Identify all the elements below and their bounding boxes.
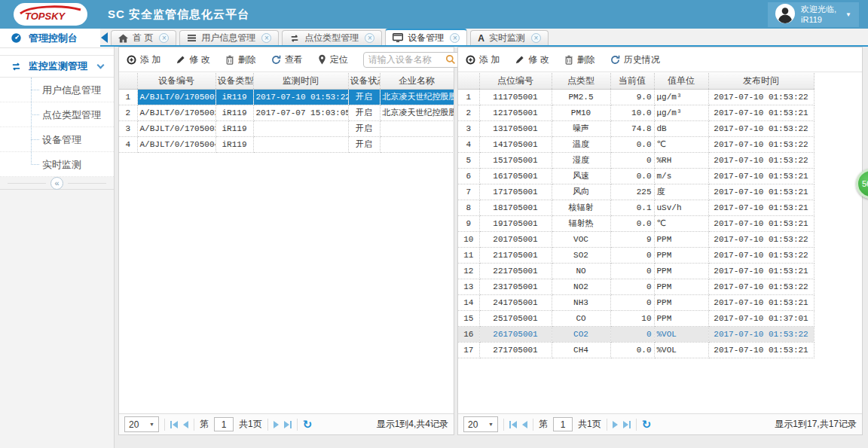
table-row[interactable]: 13231705001NO20PPM2017-07-10 01:53:22 xyxy=(458,279,814,294)
cell: 噪声 xyxy=(552,120,610,136)
cell: 0 xyxy=(610,247,654,263)
first-page-button[interactable] xyxy=(509,421,517,428)
refresh-icon[interactable]: ↻ xyxy=(642,419,652,430)
next-page-button[interactable] xyxy=(613,421,618,428)
history-button[interactable]: 历史情况 xyxy=(610,53,660,66)
list-icon xyxy=(187,34,197,42)
cell: 2017-07-10 01:53:21 xyxy=(708,342,814,358)
tab-realtime[interactable]: A实时监测× xyxy=(470,30,549,45)
table-row[interactable]: 12221705001NO0PPM2017-07-10 01:53:21 xyxy=(458,263,814,279)
sidebar-item-device[interactable]: 设备管理 xyxy=(0,127,114,152)
cell: SO2 xyxy=(552,247,610,263)
edit-button[interactable]: 修 改 xyxy=(515,53,549,66)
column-header[interactable]: 设备状态 xyxy=(348,73,380,89)
cell: PM10 xyxy=(552,105,610,120)
add-button[interactable]: 添 加 xyxy=(127,53,160,66)
trash-icon xyxy=(225,55,234,65)
refresh-icon[interactable]: ↻ xyxy=(303,419,313,430)
table-row[interactable]: 17271705001CH40.0%VOL2017-07-10 01:53:21 xyxy=(458,342,814,358)
cell: 温度 xyxy=(552,136,610,152)
column-header[interactable]: 点类型 xyxy=(552,73,610,89)
tab-point-type[interactable]: 点位类型管理× xyxy=(282,30,382,45)
cell: 231705001 xyxy=(479,279,552,294)
table-row[interactable]: 1A/BJLT/0/1705001iR1192017-07-10 01:53:2… xyxy=(119,89,454,105)
table-row[interactable]: 2A/BJLT/0/1705002iR1192017-07-07 15:03:0… xyxy=(119,105,454,120)
close-icon[interactable]: × xyxy=(450,33,460,43)
prev-page-button[interactable] xyxy=(522,421,527,428)
point-pager: 20▼ 第 共1页 ↻ 显示1到17,共17记录 xyxy=(458,413,862,434)
close-icon[interactable]: × xyxy=(159,33,169,43)
delete-button[interactable]: 删除 xyxy=(564,53,595,66)
user-menu[interactable]: 欢迎光临,iR119 ▼ xyxy=(768,2,859,27)
row-number-cell: 10 xyxy=(458,231,479,247)
page-number-input[interactable] xyxy=(553,417,573,431)
sidebar-group-monitoring[interactable]: 监控监测管理 xyxy=(0,55,114,78)
table-row[interactable]: 2121705001PM1010.0μg/m³2017-07-10 01:53:… xyxy=(458,105,814,120)
search-icon[interactable] xyxy=(445,54,456,68)
sidebar-item-realtime[interactable]: 实时监测 xyxy=(0,152,114,177)
table-row[interactable]: 16261705001CO20%VOL2017-07-10 01:53:22 xyxy=(458,326,814,342)
column-header[interactable]: 点位编号 xyxy=(479,73,552,89)
view-button[interactable]: 查看 xyxy=(271,53,303,66)
sidebar-collapse-button[interactable]: « xyxy=(0,177,114,190)
tab-device[interactable]: 设备管理× xyxy=(385,29,467,45)
page-number-input[interactable] xyxy=(214,417,234,431)
last-page-button[interactable] xyxy=(623,421,631,428)
table-row[interactable]: 8181705001核辐射0.1uSv/h2017-07-10 01:53:21 xyxy=(458,200,814,215)
column-header[interactable]: 监测时间 xyxy=(253,73,348,89)
tabs-scroll-left-icon[interactable] xyxy=(101,32,108,43)
page-size-select[interactable]: 20▼ xyxy=(124,416,159,432)
first-page-button[interactable] xyxy=(170,421,178,428)
next-page-button[interactable] xyxy=(274,421,279,428)
add-button[interactable]: 添 加 xyxy=(466,53,500,66)
column-header[interactable]: 发布时间 xyxy=(708,73,814,89)
sidebar-item-console[interactable]: 管理控制台 xyxy=(0,29,114,48)
loop-arrows-icon xyxy=(11,62,22,72)
delete-button[interactable]: 删除 xyxy=(225,53,256,66)
row-number-cell: 14 xyxy=(458,294,479,310)
page-size-select[interactable]: 20▼ xyxy=(463,416,498,432)
table-header-row: 点位编号点类型当前值值单位发布时间 xyxy=(458,73,814,89)
tab-user-info[interactable]: 用户信息管理× xyxy=(179,30,279,45)
cell: NH3 xyxy=(552,294,610,310)
table-row[interactable]: 9191705001辐射热0.0℃2017-07-10 01:53:21 xyxy=(458,215,814,231)
table-row[interactable]: 7171705001风向225度2017-07-10 01:53:21 xyxy=(458,184,814,200)
table-row[interactable]: 3131705001噪声74.8dB2017-07-10 01:53:22 xyxy=(458,120,814,136)
row-number-cell: 13 xyxy=(458,279,479,294)
table-row[interactable]: 10201705001VOC9PPM2017-07-10 01:53:22 xyxy=(458,231,814,247)
cell: 10.0 xyxy=(610,105,654,120)
cell: 2017-07-10 01:53:21 xyxy=(708,200,814,215)
close-icon[interactable]: × xyxy=(531,33,541,43)
cell: 261705001 xyxy=(479,326,552,342)
column-header[interactable] xyxy=(119,73,137,89)
last-page-button[interactable] xyxy=(284,421,292,428)
table-row[interactable]: 5151705001湿度0%RH2017-07-10 01:53:22 xyxy=(458,152,814,168)
column-header[interactable]: 设备编号 xyxy=(137,73,215,89)
cell: ℃ xyxy=(654,136,708,152)
table-row[interactable]: 4141705001温度0.0℃2017-07-10 01:53:22 xyxy=(458,136,814,152)
cell: 161705001 xyxy=(479,168,552,184)
cell: PPM xyxy=(654,294,708,310)
cell: 2017-07-10 01:53:21 xyxy=(708,105,814,120)
close-icon[interactable]: × xyxy=(261,33,271,43)
table-row[interactable]: 15251705001CO10PPM2017-07-10 01:37:01 xyxy=(458,310,814,326)
table-row[interactable]: 6161705001风速0.0m/s2017-07-10 01:53:21 xyxy=(458,168,814,184)
close-icon[interactable]: × xyxy=(365,33,374,43)
table-row[interactable]: 11211705001SO20PPM2017-07-10 01:53:22 xyxy=(458,247,814,263)
column-header[interactable]: 当前值 xyxy=(610,73,654,89)
tab-home[interactable]: 首 页× xyxy=(111,30,176,45)
prev-page-button[interactable] xyxy=(183,421,188,428)
table-row[interactable]: 3A/BJLT/0/1705003iR119开启 xyxy=(119,120,454,136)
table-row[interactable]: 14241705001NH30PPM2017-07-10 01:53:21 xyxy=(458,294,814,310)
column-header[interactable]: 设备类型 xyxy=(215,73,253,89)
sidebar-item-point-type[interactable]: 点位类型管理 xyxy=(0,102,114,127)
edit-button[interactable]: 修 改 xyxy=(176,53,209,66)
cell: 171705001 xyxy=(479,184,552,200)
locate-button[interactable]: 定位 xyxy=(318,53,348,66)
column-header[interactable]: 企业名称 xyxy=(380,73,454,89)
table-row[interactable]: 1111705001PM2.59.0μg/m³2017-07-10 01:53:… xyxy=(458,89,814,105)
column-header[interactable] xyxy=(458,73,479,89)
table-row[interactable]: 4A/BJLT/0/1705004iR119开启 xyxy=(119,136,454,152)
sidebar-item-user-info[interactable]: 用户信息管理 xyxy=(0,78,114,102)
column-header[interactable]: 值单位 xyxy=(654,73,708,89)
